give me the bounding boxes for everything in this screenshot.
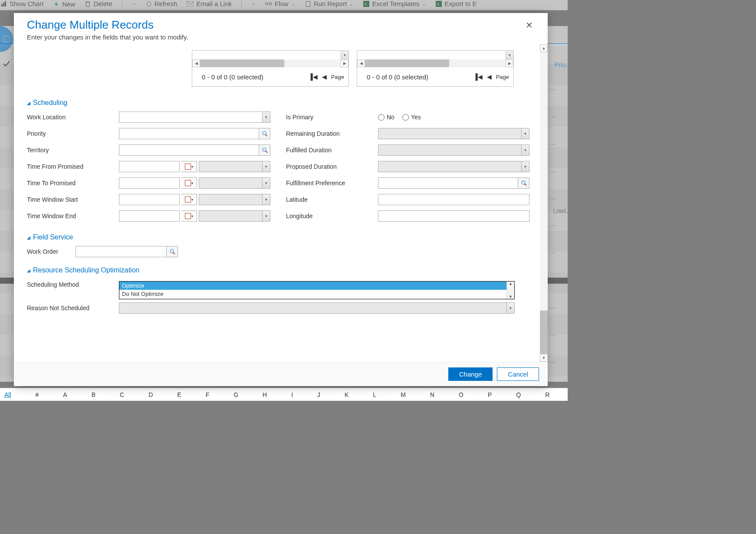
grid-col-menu[interactable]: ▾ [506,51,513,59]
alpha-letter[interactable]: Q [516,391,521,398]
svg-rect-15 [3,36,10,42]
first-page-icon[interactable]: ▐◀ [473,73,483,80]
remaining-duration-select[interactable]: ▾ [378,128,529,139]
alpha-letter[interactable]: A [63,391,67,398]
scroll-down-icon[interactable]: ▼ [540,354,548,362]
tb-excel-tmpl[interactable]: xExcel Templates⌄ [363,0,426,7]
lookup-icon[interactable] [518,178,529,188]
alpha-hash[interactable]: # [36,391,39,398]
calendar-icon[interactable]: ▾ [181,161,197,172]
tb-run-report[interactable]: Run Report⌄ [305,0,354,7]
option-do-not-optimize[interactable]: Do Not Optimize [119,290,514,298]
alpha-letter[interactable]: F [206,391,210,398]
tb-delete[interactable]: Delete [85,0,112,7]
svg-line-19 [266,151,267,153]
calendar-icon[interactable]: ▾ [181,210,197,222]
label-proposed-duration: Proposed Duration [286,163,378,170]
grid-col-menu[interactable]: ▾ [341,51,348,59]
change-button[interactable]: Change [448,367,493,381]
page-label: Page [496,74,509,80]
modal-header: Change Multiple Records Enter your chang… [14,13,548,44]
latitude-input[interactable] [378,194,529,205]
time-window-end-time[interactable]: ▾ [199,210,270,222]
tb-new[interactable]: ＋New [53,0,75,8]
is-primary-yes[interactable]: Yes [402,114,421,121]
tb-flow[interactable]: Flow⌄ [265,0,296,7]
tb-refresh[interactable]: Refresh [146,0,177,7]
chevron-down-icon: ▾ [262,211,270,221]
alpha-letter[interactable]: H [263,391,267,398]
alpha-letter[interactable]: O [459,391,463,398]
option-optimize[interactable]: Optimize [119,282,514,290]
is-primary-no[interactable]: No [378,114,394,121]
time-to-promised-time[interactable]: ▾ [199,177,270,189]
scroll-right-icon[interactable]: ▶ [341,59,348,67]
scroll-thumb[interactable] [540,311,548,354]
time-from-promised-time[interactable]: ▾ [199,161,270,172]
time-window-end-date[interactable] [119,210,180,222]
time-window-start-date[interactable] [119,194,180,205]
longitude-input[interactable] [378,210,529,222]
chevron-down-icon: ▾ [262,112,270,122]
chevron-down-icon[interactable]: ⌄ [251,0,256,6]
section-title: Scheduling [33,99,67,107]
tb-email[interactable]: Email a Link [187,0,232,7]
scroll-up-icon[interactable]: ▲ [540,44,548,52]
label-reason-not-scheduled: Reason Not Scheduled [27,305,119,311]
scroll-left-icon[interactable]: ◀ [192,59,200,67]
alpha-letter[interactable]: D [148,391,153,398]
chevron-down-icon: ▾ [262,178,270,188]
scheduling-method-dropdown[interactable]: Optimize Do Not Optimize ▲▼ [119,281,515,299]
section-field-service[interactable]: ◢ Field Service [27,233,529,241]
dropdown-scrollbar[interactable]: ▲▼ [506,282,514,299]
grid-hscroll[interactable]: ◀ ▶ [357,59,513,67]
change-multiple-records-dialog: Change Multiple Records Enter your chang… [14,13,548,386]
prev-page-icon[interactable]: ◀ [487,73,492,80]
scroll-left-icon[interactable]: ◀ [357,59,365,67]
lookup-icon[interactable] [166,246,177,257]
section-scheduling[interactable]: ◢ Scheduling [27,99,529,107]
alpha-letter[interactable]: L [373,391,376,398]
section-rso[interactable]: ◢ Resource Scheduling Optimization [27,266,529,274]
chevron-down-icon[interactable]: ⌄ [132,0,136,6]
fulfillment-preference-input[interactable] [378,177,529,189]
alpha-letter[interactable]: M [401,391,406,398]
territory-input[interactable] [119,144,270,156]
lookup-icon[interactable] [259,128,270,139]
priority-input[interactable] [119,128,270,139]
time-to-promised-date[interactable] [119,177,180,189]
proposed-duration-select[interactable]: ▾ [378,161,529,172]
alpha-letter[interactable]: K [345,391,348,398]
tb-show-chart[interactable]: Show Chart [1,0,43,7]
calendar-icon[interactable]: ▾ [181,177,197,189]
alpha-letter[interactable]: C [120,391,124,398]
alpha-letter[interactable]: E [177,391,181,398]
label-longitude: Longitude [286,213,378,219]
time-window-start-time[interactable]: ▾ [199,194,270,205]
first-page-icon[interactable]: ▐◀ [309,73,318,80]
alpha-letter[interactable]: B [92,391,95,398]
reason-not-scheduled-select[interactable]: ▾ [119,302,515,314]
lookup-icon[interactable] [259,145,270,155]
calendar-icon[interactable]: ▾ [181,194,197,205]
alpha-letter[interactable]: R [545,391,549,398]
tb-export-excel[interactable]: xExport to E [436,0,477,7]
grid-hscroll[interactable]: ◀ ▶ [192,59,348,67]
alpha-letter[interactable]: P [488,391,492,398]
time-from-promised-date[interactable] [119,161,180,172]
alpha-letter[interactable]: N [430,391,434,398]
alpha-letter[interactable]: I [291,391,293,398]
cancel-button[interactable]: Cancel [497,367,539,381]
close-button[interactable]: ✕ [524,18,535,32]
prev-page-icon[interactable]: ◀ [322,73,327,80]
scroll-right-icon[interactable]: ▶ [506,59,513,67]
alpha-letter[interactable]: G [233,391,238,398]
alpha-letter[interactable]: J [317,391,320,398]
chevron-down-icon: ▾ [262,161,270,172]
work-location-select[interactable]: ▾ [119,111,270,123]
work-order-input[interactable] [76,246,178,257]
fulfilled-duration-select[interactable]: ▾ [378,144,529,156]
label-time-from-promised: Time From Promised [27,163,119,170]
modal-scrollbar[interactable]: ▲ ▼ [540,44,548,362]
alpha-all[interactable]: All [4,391,11,398]
